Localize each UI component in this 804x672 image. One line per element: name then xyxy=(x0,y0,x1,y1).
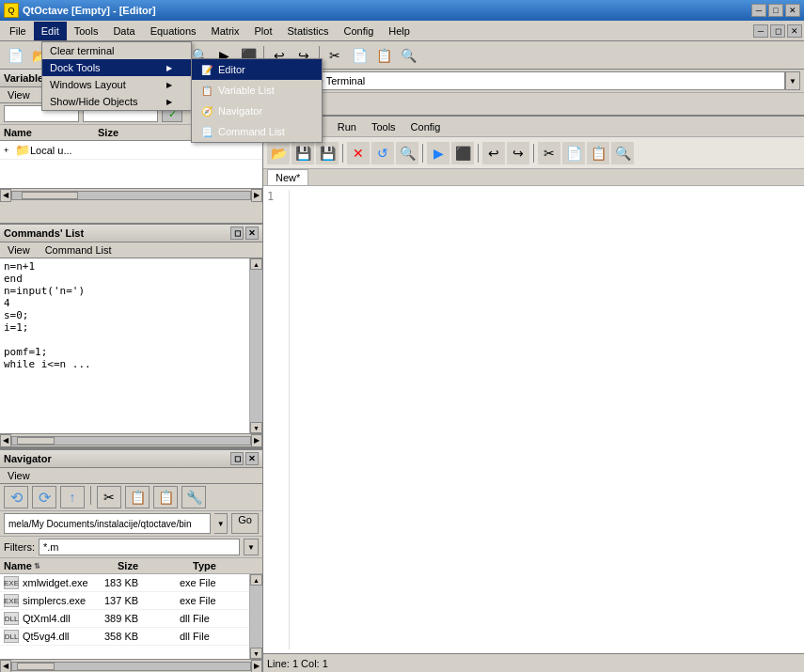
editor-undo-btn[interactable]: ↩ xyxy=(482,142,505,164)
toolbar-scissors-btn[interactable]: ✂ xyxy=(323,44,346,67)
menu-help[interactable]: Help xyxy=(381,22,418,40)
editor-tab-new[interactable]: New* xyxy=(267,169,308,185)
close-button[interactable]: ✕ xyxy=(785,4,800,17)
editor-copy-btn[interactable]: 📄 xyxy=(562,142,585,164)
menu-edit[interactable]: Edit xyxy=(34,22,67,40)
editor-refresh-btn[interactable]: ↺ xyxy=(371,142,394,164)
nav-action-btn[interactable]: 🔧 xyxy=(181,486,206,508)
editor-stop-btn[interactable]: ⬛ xyxy=(451,142,474,164)
toolbar-magnify-btn[interactable]: 🔍 xyxy=(397,44,419,67)
editor-save-btn[interactable]: 💾 xyxy=(292,142,314,164)
editor-search-btn[interactable]: 🔍 xyxy=(396,142,418,164)
cmd-scroll-right[interactable]: ▶ xyxy=(251,434,262,447)
row-expand-btn[interactable]: + xyxy=(4,146,15,155)
mdi-close-button[interactable]: ✕ xyxy=(787,24,802,38)
nav-paste-btn[interactable]: 📋 xyxy=(153,486,178,508)
commands-list-menu[interactable]: Command List xyxy=(41,243,116,257)
nav-back-btn[interactable]: ⟲ xyxy=(4,486,28,508)
terminal-dropdown-btn[interactable]: ▼ xyxy=(785,71,800,90)
navigator-close-btn[interactable]: ✕ xyxy=(245,452,259,465)
editor-open-btn[interactable]: 📂 xyxy=(267,142,290,164)
navigator-path-input[interactable]: mela/My Documents/instalacije/qtoctave/b… xyxy=(4,513,211,534)
filter-input[interactable] xyxy=(39,539,240,555)
show-hide-objects-item[interactable]: Show/Hide Objects ▶ xyxy=(42,93,191,110)
scroll-up-btn[interactable]: ▲ xyxy=(250,258,262,270)
navigator-submenu-item[interactable]: 🧭 Navigator xyxy=(192,101,322,121)
editor-cut-btn[interactable]: ✂ xyxy=(538,142,560,164)
nav-scroll-left[interactable]: ◀ xyxy=(0,660,11,673)
nav-scroll-track-h[interactable] xyxy=(11,662,251,671)
editor-find-btn[interactable]: 🔍 xyxy=(611,142,634,164)
toolbar-doc-btn[interactable]: 📄 xyxy=(348,44,370,67)
nav-copy-btn[interactable]: 📋 xyxy=(125,486,150,508)
editor-menu-run[interactable]: Run xyxy=(330,117,364,136)
nav-scroll-track[interactable] xyxy=(250,586,262,648)
windows-layout-item[interactable]: Windows Layout ▶ xyxy=(42,76,191,93)
path-dropdown-btn[interactable]: ▼ xyxy=(214,513,228,534)
nav-scroll-up[interactable]: ▲ xyxy=(250,574,262,586)
nav-scroll-down[interactable]: ▼ xyxy=(250,648,262,659)
scroll-right-btn[interactable]: ▶ xyxy=(251,189,262,202)
nav-table-row[interactable]: EXE simplercs.exe 137 KB exe File xyxy=(0,592,249,610)
menu-file[interactable]: File xyxy=(2,22,34,40)
cmd-scroll-left[interactable]: ◀ xyxy=(0,434,11,447)
editor-text-area[interactable] xyxy=(293,190,800,649)
menu-equations[interactable]: Equations xyxy=(143,22,204,40)
filter-dropdown-btn[interactable]: ▼ xyxy=(244,539,259,555)
editor-saveas-btn[interactable]: 💾 xyxy=(316,142,339,164)
editor-content[interactable]: 1 xyxy=(263,186,804,653)
nav-scroll-thumb-h[interactable] xyxy=(17,663,55,670)
cmd-scroll-thumb[interactable] xyxy=(17,437,55,445)
toolbar-new-btn[interactable]: 📄 xyxy=(4,44,26,67)
navigator-view-menu[interactable]: View xyxy=(4,469,34,482)
menu-statistics[interactable]: Statistics xyxy=(280,22,337,40)
nav-forward-btn[interactable]: ⟳ xyxy=(32,486,56,508)
variable-list-submenu-item[interactable]: 📋 Variable List xyxy=(192,80,322,101)
scroll-track[interactable] xyxy=(11,191,251,200)
editor-paste-btn[interactable]: 📋 xyxy=(587,142,609,164)
navigator-scrollbar-h[interactable]: ◀ ▶ xyxy=(0,659,262,672)
variables-view-menu[interactable]: View xyxy=(4,88,34,102)
editor-play-btn[interactable]: ▶ xyxy=(427,142,449,164)
nav-go-btn[interactable]: Go xyxy=(231,513,259,534)
commands-scrollbar-h[interactable]: ◀ ▶ xyxy=(0,433,262,446)
editor-menu-config[interactable]: Config xyxy=(403,117,449,136)
nav-cut-btn[interactable]: ✂ xyxy=(97,486,121,508)
maximize-button[interactable]: □ xyxy=(768,4,783,17)
nav-scroll-right[interactable]: ▶ xyxy=(251,660,262,673)
variables-scrollbar[interactable]: ◀ ▶ xyxy=(0,188,262,201)
scroll-track-v[interactable] xyxy=(250,270,262,422)
minimize-button[interactable]: ─ xyxy=(751,4,766,17)
commands-close-btn[interactable]: ✕ xyxy=(245,227,259,240)
editor-redo-btn[interactable]: ↪ xyxy=(507,142,529,164)
menu-data[interactable]: Data xyxy=(105,22,142,40)
scroll-left-btn[interactable]: ◀ xyxy=(0,189,11,202)
toolbar-clip-btn[interactable]: 📋 xyxy=(372,44,395,67)
menu-tools[interactable]: Tools xyxy=(67,22,106,40)
command-list-submenu-item[interactable]: 📃 Command List xyxy=(192,121,322,142)
editor-delete-btn[interactable]: ✕ xyxy=(347,142,370,164)
mdi-minimize-button[interactable]: ─ xyxy=(753,24,768,38)
menu-plot[interactable]: Plot xyxy=(247,22,280,40)
navigator-table-body: EXE xmlwidget.exe 183 KB exe File EXE si… xyxy=(0,574,249,659)
mdi-restore-button[interactable]: ◻ xyxy=(770,24,785,38)
table-row[interactable]: + 📁 Local u... xyxy=(0,141,262,160)
menu-config[interactable]: Config xyxy=(337,22,382,40)
navigator-scrollbar-v[interactable]: ▲ ▼ xyxy=(249,574,262,659)
editor-menu-tools[interactable]: Tools xyxy=(364,117,403,136)
nav-table-row[interactable]: DLL Qt5vg4.dll 358 KB dll File xyxy=(0,628,249,646)
commands-view-menu[interactable]: View xyxy=(4,243,34,257)
editor-submenu-item[interactable]: 📝 Editor xyxy=(192,59,322,80)
nav-table-row[interactable]: EXE xmlwidget.exe 183 KB exe File xyxy=(0,574,249,592)
navigator-undock-btn[interactable]: ◻ xyxy=(230,452,244,465)
cmd-scroll-track[interactable] xyxy=(11,436,251,445)
commands-scrollbar[interactable]: ▲ ▼ xyxy=(249,258,262,433)
clear-terminal-item[interactable]: Clear terminal xyxy=(42,42,191,59)
commands-undock-btn[interactable]: ◻ xyxy=(230,227,244,240)
menu-matrix[interactable]: Matrix xyxy=(204,22,247,40)
nav-up-btn[interactable]: ↑ xyxy=(60,486,85,508)
nav-table-row[interactable]: DLL QtXml4.dll 389 KB dll File xyxy=(0,610,249,628)
scroll-thumb[interactable] xyxy=(22,192,78,199)
scroll-down-btn[interactable]: ▼ xyxy=(250,422,262,433)
dock-tools-item[interactable]: Dock Tools ▶ 📝 Editor 📋 Variable List 🧭 … xyxy=(42,59,191,76)
